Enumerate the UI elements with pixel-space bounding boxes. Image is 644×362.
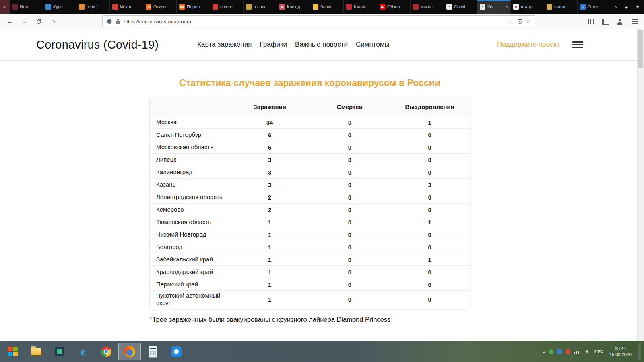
browser-tab[interactable]: Курс (43, 0, 76, 14)
infected-cell: 2 (230, 194, 310, 201)
deaths-cell: 0 (310, 119, 390, 126)
site-menu-button[interactable] (572, 40, 583, 50)
page-actions-icon[interactable]: ··· (509, 19, 514, 25)
site-nav-link[interactable]: Важные новости (295, 41, 348, 49)
site-nav-link[interactable]: Карта заражения (197, 41, 252, 49)
browser-tab[interactable]: шапо (544, 0, 578, 14)
show-desktop-button[interactable] (638, 343, 641, 360)
recovered-cell: 0 (390, 231, 470, 238)
tab-favicon-icon: ▶ (380, 4, 385, 10)
tab-favicon-icon: Я (513, 4, 519, 10)
forward-button[interactable]: → (19, 16, 30, 27)
region-cell: Санкт-Петербург (150, 130, 230, 140)
site-nav-link[interactable]: Симптомы (356, 41, 390, 49)
firefox-button[interactable] (118, 343, 141, 360)
tab-title: Перен (187, 4, 207, 9)
scrollbar-thumb[interactable] (638, 30, 643, 68)
internet-explorer-button[interactable]: e (72, 343, 94, 360)
save-to-pocket-icon[interactable] (517, 19, 522, 24)
browser-tab-strip: ‹ Игра Курс rumi f (0, 0, 644, 14)
bookmark-star-icon[interactable]: ☆ (526, 18, 531, 25)
region-cell: Москва (150, 117, 230, 128)
library-button[interactable] (585, 16, 597, 27)
region-cell: Белгород (150, 242, 230, 252)
home-button[interactable]: ⌂ (47, 16, 59, 27)
browser-tab[interactable]: Я в жар (511, 0, 544, 14)
messenger-button[interactable] (165, 343, 188, 360)
recovered-cell: 3 (390, 181, 470, 188)
tab-favicon-glyph: O (581, 5, 584, 9)
reload-button[interactable] (33, 16, 44, 27)
account-icon (617, 19, 623, 25)
tray-app-icon[interactable] (557, 349, 562, 354)
tray-network-icon[interactable] (574, 349, 580, 354)
browser-tab[interactable]: rumi f (76, 0, 110, 14)
site-logo[interactable]: Coronavirus (Covid-19) (36, 38, 159, 51)
browser-tab[interactable]: O Ответ (578, 0, 611, 14)
sidebar-button[interactable] (600, 16, 611, 27)
browser-menu-button[interactable] (629, 16, 640, 27)
tab-title: Китай (354, 4, 374, 9)
account-button[interactable] (614, 16, 625, 27)
browser-tab[interactable]: ▶ Как сд (277, 0, 310, 14)
file-explorer-button[interactable] (25, 343, 47, 360)
site-nav-link[interactable]: Графики (260, 41, 287, 49)
tray-antivirus-icon[interactable] (549, 349, 553, 354)
deaths-cell: 0 (310, 132, 390, 138)
table-row: Белгород 1 0 0 (150, 241, 470, 253)
url-text[interactable]: https://coronavirus-monitor.ru (124, 19, 506, 25)
browser-tab[interactable]: * Covid (444, 0, 477, 14)
back-button[interactable]: ← (4, 16, 15, 27)
deaths-cell: 0 (310, 206, 390, 213)
infected-cell: 5 (230, 144, 310, 151)
browser-tab[interactable]: * Ко × (477, 0, 511, 14)
region-cell: Нижний Новгород (150, 230, 230, 240)
calculator-icon (149, 346, 157, 358)
media-app-button[interactable] (48, 343, 71, 360)
browser-tab[interactable]: Чехол (110, 0, 143, 14)
internet-explorer-icon: e (80, 346, 85, 357)
taskbar-clock[interactable]: 23:44 15.03.2020 (609, 346, 632, 358)
table-row: Нижний Новгород 1 0 0 (150, 228, 470, 241)
language-indicator[interactable]: РУС (592, 349, 606, 354)
browser-tab[interactable]: Запис (310, 0, 344, 14)
tray-flag-icon[interactable] (566, 349, 570, 354)
url-bar[interactable]: https://coronavirus-monitor.ru ··· ☆ (102, 15, 535, 27)
tracking-protection-shield-icon[interactable] (107, 19, 112, 25)
browser-tab[interactable]: mi Перен (177, 0, 210, 14)
browser-tab[interactable]: mi Откры (143, 0, 177, 14)
tab-favicon-glyph: * (448, 5, 450, 9)
support-project-link[interactable]: Поддержите проект (497, 41, 560, 49)
tray-expand-icon[interactable]: ▴ (543, 350, 545, 354)
browser-tab[interactable]: в сове (210, 0, 244, 14)
tab-scroll-right-button[interactable]: › (611, 0, 621, 14)
tab-close-icon[interactable]: × (505, 4, 508, 10)
browser-tab[interactable]: мы вс (411, 0, 444, 14)
region-cell: Ленинградская область (150, 192, 230, 202)
tab-scroll-right-icon: › (615, 4, 617, 10)
firefox-icon (124, 346, 135, 357)
region-cell: Липецк (150, 155, 230, 165)
start-button[interactable] (2, 343, 24, 360)
page-viewport: Coronavirus (Covid-19) Карта заражения Г… (0, 29, 644, 341)
browser-tab[interactable]: ▶ Обзор (377, 0, 411, 14)
calculator-button[interactable] (142, 343, 164, 360)
list-all-tabs-button[interactable]: ▾ (632, 0, 643, 14)
page-scrollbar[interactable] (637, 29, 644, 341)
tab-title: Чехол (120, 4, 140, 9)
infected-cell: 2 (230, 206, 310, 213)
stats-table: Заражений Смертей Выздоровлений Москва 3… (150, 97, 470, 309)
tab-scroll-left-button[interactable]: ‹ (0, 0, 10, 14)
table-row: Забайкальский край 1 0 1 (150, 253, 470, 265)
sidebar-icon (602, 19, 609, 25)
tray-volume-icon[interactable] (583, 350, 588, 354)
browser-tab[interactable]: Китай (344, 0, 377, 14)
new-tab-button[interactable]: + (621, 0, 632, 14)
region-cell: Краснодарский край (150, 267, 230, 277)
lock-icon[interactable] (116, 19, 120, 24)
browser-tab[interactable]: в сове (244, 0, 277, 14)
recovered-cell: 0 (390, 169, 470, 176)
browser-tab[interactable]: Игра (10, 0, 43, 14)
library-icon (588, 19, 594, 24)
chrome-button[interactable] (95, 343, 118, 360)
